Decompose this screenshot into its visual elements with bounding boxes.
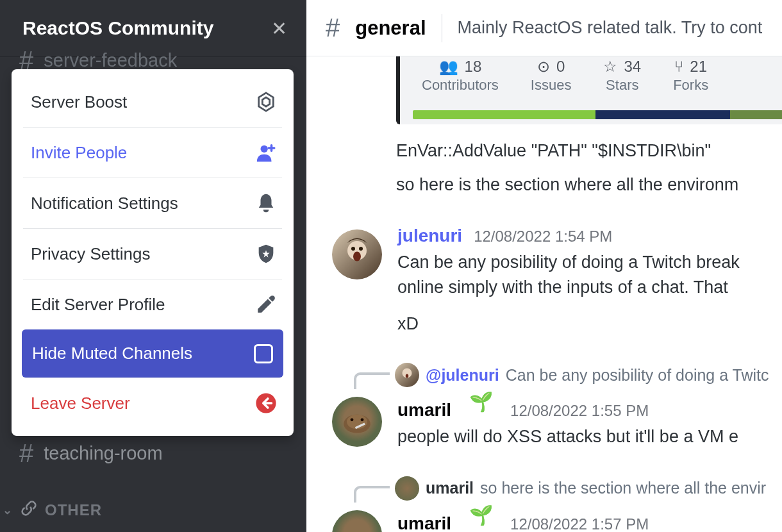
reply-avatar <box>395 476 419 501</box>
stat-label: Issues <box>531 77 572 94</box>
message-timestamp: 12/08/2022 1:55 PM <box>510 402 649 420</box>
issue-icon: ⊙ <box>537 58 550 76</box>
stat-value: 0 <box>556 58 565 76</box>
channel-title: general <box>355 17 426 40</box>
sidebar: ReactOS Community ✕ # server-feedback Se… <box>0 0 306 532</box>
divider <box>442 14 442 42</box>
svg-point-8 <box>406 374 409 378</box>
hash-icon: # <box>19 439 33 468</box>
svg-point-5 <box>359 247 363 251</box>
menu-invite-people[interactable]: Invite People <box>12 128 294 178</box>
message-author[interactable]: umaril <box>397 513 451 532</box>
reply-preview: so here is the section where all the env… <box>480 479 766 497</box>
menu-label: Notification Settings <box>31 194 178 213</box>
stat-contributors: 👥18 Contributors <box>422 58 499 94</box>
menu-label: Privacy Settings <box>31 244 150 264</box>
stat-value: 18 <box>465 58 482 76</box>
server-name: ReactOS Community <box>22 17 213 39</box>
category-label: OTHER <box>45 501 102 519</box>
main-content: # general Mainly ReactOS related talk. T… <box>306 0 782 532</box>
hash-icon: # <box>326 13 340 42</box>
svg-point-0 <box>261 145 268 153</box>
channel-label: teaching-room <box>44 443 162 464</box>
channel-topic: Mainly ReactOS related talk. Try to cont <box>458 18 763 38</box>
message-text: so here is the section where all the env… <box>396 175 782 195</box>
message-timestamp: 12/08/2022 1:54 PM <box>474 228 612 245</box>
checkbox-icon <box>254 344 273 363</box>
menu-label: Edit Server Profile <box>31 295 165 315</box>
leave-icon <box>255 392 277 414</box>
channel-label: server-feedback <box>44 50 177 71</box>
star-icon: ☆ <box>603 58 617 76</box>
svg-point-11 <box>351 419 354 422</box>
message: julenuri 12/08/2022 1:54 PM Can be any p… <box>332 226 782 337</box>
invite-icon <box>255 142 277 163</box>
stat-forks: ⑂21 Forks <box>673 58 708 94</box>
menu-leave-server[interactable]: Leave Server <box>12 378 294 428</box>
reply-preview: Can be any posibility of doing a Twitc <box>506 366 769 385</box>
menu-label: Leave Server <box>31 394 130 413</box>
plant-icon <box>469 393 492 416</box>
chat-area[interactable]: 👥18 Contributors ⊙0 Issues ☆34 Stars ⑂21… <box>306 56 782 532</box>
chevron-down-icon: ⌄ <box>3 503 13 517</box>
close-icon[interactable]: ✕ <box>271 17 287 40</box>
menu-server-boost[interactable]: Server Boost <box>12 77 294 127</box>
menu-label: Server Boost <box>31 92 127 112</box>
channel-header: # general Mainly ReactOS related talk. T… <box>306 0 782 56</box>
menu-label: Hide Muted Channels <box>32 344 192 363</box>
message-timestamp: 12/08/2022 1:57 PM <box>510 515 649 532</box>
message-text: xD <box>397 312 782 337</box>
svg-point-4 <box>351 247 355 251</box>
svg-point-6 <box>353 252 361 262</box>
category-other[interactable]: ⌄ OTHER <box>3 500 102 520</box>
message-text: online simply with the inputs of a chat.… <box>397 275 782 300</box>
plant-icon <box>469 506 492 529</box>
github-embed[interactable]: 👥18 Contributors ⊙0 Issues ☆34 Stars ⑂21… <box>396 56 782 124</box>
server-dropdown: Server Boost Invite People Notification … <box>12 69 294 436</box>
stat-label: Stars <box>606 77 638 94</box>
reply-reference[interactable]: @julenuri Can be any posibility of doing… <box>354 361 782 389</box>
avatar[interactable] <box>332 397 382 447</box>
link-icon <box>21 500 37 520</box>
bell-icon <box>255 192 277 214</box>
menu-hide-muted-channels[interactable]: Hide Muted Channels <box>22 329 283 378</box>
stat-value: 21 <box>690 58 707 76</box>
stat-value: 34 <box>624 58 641 76</box>
message-author[interactable]: umaril <box>397 400 451 420</box>
reply-author[interactable]: umaril <box>426 479 474 497</box>
people-icon: 👥 <box>439 58 458 76</box>
stat-label: Forks <box>673 77 708 94</box>
reply-reference[interactable]: umaril so here is the section where all … <box>354 474 782 503</box>
reply-connector <box>354 372 390 389</box>
shield-icon <box>255 243 277 265</box>
stat-stars: ☆34 Stars <box>603 58 641 94</box>
message-text: EnVar::AddValue "PATH" "$INSTDIR\bin" <box>396 141 782 161</box>
menu-privacy-settings[interactable]: Privacy Settings <box>12 229 294 279</box>
language-bar <box>413 110 782 119</box>
pencil-icon <box>255 294 277 315</box>
reply-mention[interactable]: @julenuri <box>426 366 499 385</box>
svg-point-12 <box>361 419 364 422</box>
menu-label: Invite People <box>31 143 127 163</box>
avatar[interactable] <box>332 229 382 279</box>
boost-icon <box>255 91 277 113</box>
message: umaril 12/08/2022 1:57 PM <box>332 506 782 532</box>
menu-notification-settings[interactable]: Notification Settings <box>12 178 294 228</box>
stat-issues: ⊙0 Issues <box>531 58 572 94</box>
message-author[interactable]: julenuri <box>397 226 462 246</box>
reply-avatar <box>395 363 419 387</box>
stat-label: Contributors <box>422 77 499 94</box>
fork-icon: ⑂ <box>674 58 683 76</box>
menu-edit-server-profile[interactable]: Edit Server Profile <box>12 279 294 329</box>
message: umaril 12/08/2022 1:55 PM people will do… <box>332 393 782 449</box>
message-text: Can be any posibility of doing a Twitch … <box>397 250 782 275</box>
channel-teaching-room[interactable]: # teaching-room <box>0 439 182 468</box>
avatar[interactable] <box>332 510 382 532</box>
reply-connector <box>354 486 390 503</box>
message-text: people will do XSS attacks but it'll be … <box>397 424 782 449</box>
